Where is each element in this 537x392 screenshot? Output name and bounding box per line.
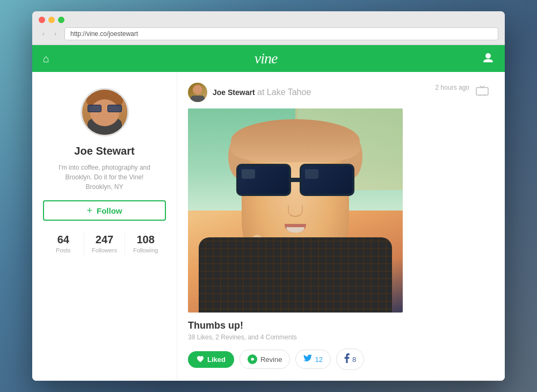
follow-button[interactable]: + Follow [43,200,166,221]
sidebar: Joe Stewart I'm into coffee, photography… [32,72,177,381]
svg-point-0 [485,53,491,59]
revine-button[interactable]: Revine [240,350,290,369]
follow-label: Follow [97,206,122,215]
post-time: 2 hours ago [436,83,469,91]
post-author: Joe Stewart [213,88,255,97]
post-avatar [188,83,207,102]
liked-button[interactable]: Liked [188,351,234,368]
liked-label: Liked [207,355,226,364]
app-content: ⌂ vine [32,45,505,381]
post-stats-text: 38 Likes, 2 Revines, and 4 Comments [188,333,489,341]
tv-icon[interactable] [476,85,489,99]
address-bar[interactable]: http://vine.co/joestewart [64,27,498,40]
forward-arrow[interactable]: › [50,29,60,39]
posts-count: 64 [43,234,84,246]
action-buttons: Liked Revine [188,349,489,370]
avatar [81,88,129,136]
back-arrow[interactable]: ‹ [39,29,48,39]
profile-bio: I'm into coffee, photography and Brookly… [43,163,166,192]
facebook-button[interactable]: 8 [336,349,364,370]
stat-followers: 247 Followers [84,231,125,256]
posts-label: Posts [43,247,84,253]
post-header: Joe Stewart at Lake Tahoe 2 hours ago [188,83,489,102]
post-media[interactable] [188,108,403,313]
revine-icon [248,354,257,364]
svg-rect-1 [476,88,488,95]
browser-nav: ‹ › http://vine.co/joestewart [39,27,498,40]
post-title: Thumbs up! [188,320,489,331]
browser-buttons [39,17,498,23]
post-location: at Lake Tahoe [257,88,311,97]
main-layout: Joe Stewart I'm into coffee, photography… [32,72,505,381]
avatar-wrapper [43,88,166,136]
top-nav: ⌂ vine [32,45,505,72]
twitter-icon [303,354,312,364]
profile-icon[interactable] [482,52,494,66]
maximize-button[interactable] [58,17,64,23]
facebook-count: 8 [352,355,356,364]
followers-count: 247 [84,234,125,246]
browser-chrome: ‹ › http://vine.co/joestewart [32,11,505,45]
following-label: Following [125,247,166,253]
browser-window: ‹ › http://vine.co/joestewart ⌂ vine [32,11,505,381]
followers-label: Followers [84,247,125,253]
facebook-icon [344,353,350,365]
close-button[interactable] [39,17,45,23]
nav-arrows: ‹ › [39,29,60,39]
stat-following: 108 Following [125,231,166,256]
follow-plus-icon: + [86,206,92,215]
minimize-button[interactable] [48,17,55,23]
revine-label: Revine [260,355,282,364]
home-icon[interactable]: ⌂ [43,53,49,65]
vine-logo: vine [255,50,278,67]
profile-name: Joe Stewart [43,145,166,157]
twitter-count: 12 [315,355,322,364]
stat-posts: 64 Posts [43,231,84,256]
content-area: Joe Stewart at Lake Tahoe 2 hours ago [177,72,505,381]
post-meta: Joe Stewart at Lake Tahoe [213,88,436,97]
following-count: 108 [125,234,166,246]
twitter-button[interactable]: 12 [295,350,330,369]
stats-section: 64 Posts 247 Followers 108 Following [43,231,166,256]
